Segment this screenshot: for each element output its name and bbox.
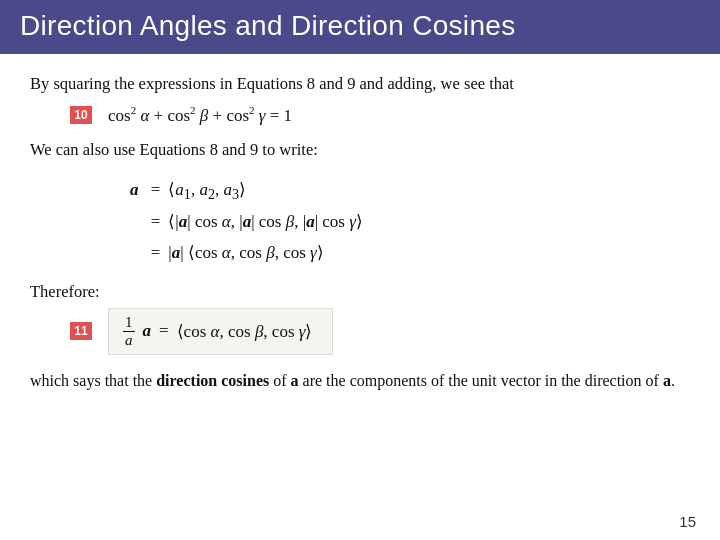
frac-denominator: a (123, 332, 135, 349)
vector-eq-3: = (139, 239, 169, 268)
eq11-fraction: 1 a (123, 314, 135, 349)
vector-rhs-1: ⟨a1, a2, a3⟩ (168, 176, 690, 206)
content-area: By squaring the expressions in Equations… (0, 54, 720, 403)
vector-block: a = ⟨a1, a2, a3⟩ = ⟨|a| cos α, |a| cos β… (130, 176, 690, 268)
vector-eq-2: = (139, 208, 169, 237)
eq10-label: 10 (70, 106, 92, 124)
page: Direction Angles and Direction Cosines B… (0, 0, 720, 540)
eq11-content: 1 a a = ⟨cos α, cos β, cos γ⟩ (108, 308, 333, 355)
vector-rhs-2: ⟨|a| cos α, |a| cos β, |a| cos γ⟩ (168, 208, 690, 237)
page-title: Direction Angles and Direction Cosines (20, 10, 515, 42)
vector-eq-1: = (139, 176, 169, 205)
eq10-content: cos2 α + cos2 β + cos2 γ = 1 (108, 104, 292, 126)
section2-intro: We can also use Equations 8 and 9 to wri… (30, 138, 690, 162)
eq11-label: 11 (70, 322, 92, 340)
frac-numerator: 1 (123, 314, 135, 332)
title-bar: Direction Angles and Direction Cosines (0, 0, 720, 54)
equation-10-row: 10 cos2 α + cos2 β + cos2 γ = 1 (70, 104, 690, 126)
equation-11-row: 11 1 a a = ⟨cos α, cos β, cos γ⟩ (70, 308, 690, 355)
eq11-equals: = (159, 321, 169, 341)
eq11-rhs: ⟨cos α, cos β, cos γ⟩ (177, 321, 313, 342)
conclusion-text: which says that the direction cosines of… (30, 369, 690, 393)
vector-rhs-3: |a| ⟨cos α, cos β, cos γ⟩ (168, 239, 690, 268)
eq11-bold-a: a (143, 321, 152, 341)
section1-intro: By squaring the expressions in Equations… (30, 72, 690, 96)
page-number: 15 (679, 513, 696, 530)
therefore-label: Therefore: (30, 282, 690, 302)
vector-lhs-1: a (130, 176, 139, 205)
